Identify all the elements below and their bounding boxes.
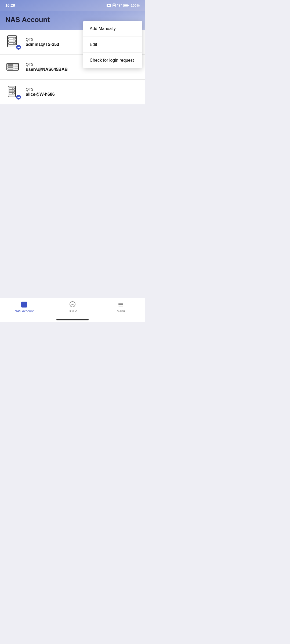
dropdown-item-check-login[interactable]: Check for login request (83, 53, 142, 68)
dropdown-overlay[interactable]: Add Manually Edit Check for login reques… (0, 0, 145, 322)
dropdown-item-add-manually[interactable]: Add Manually (83, 21, 142, 37)
dropdown-menu: Add Manually Edit Check for login reques… (83, 21, 142, 68)
dropdown-item-edit[interactable]: Edit (83, 37, 142, 53)
